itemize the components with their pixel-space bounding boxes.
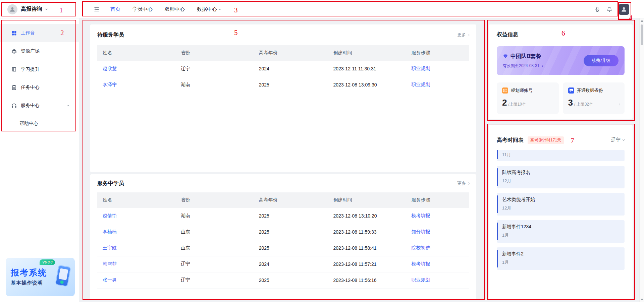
student-name-link[interactable]: 王宇航 [97, 240, 175, 256]
sidebar-item-service-center[interactable]: 服务中心 [0, 97, 79, 115]
bell-icon[interactable] [606, 6, 612, 12]
renew-upgrade-button[interactable]: 续费/升级 [584, 55, 619, 66]
table-row: 张一男 辽宁 2025 2023-12-08 11:56:16 职业规划 [97, 272, 469, 288]
service-step-link[interactable]: 职业规划 [406, 272, 469, 288]
event-month: 12月 [502, 205, 619, 211]
chevron-right-icon [541, 64, 543, 67]
scroll-down-arrow-icon[interactable] [641, 299, 643, 301]
stat-limit: / 上限32个 [574, 102, 593, 107]
more-label: 更多 [457, 32, 466, 38]
promo-subtitle: 基本操作说明 [11, 280, 43, 286]
table-row: 赵倩怡 湖南 2025 2023-12-08 13:10:20 模考填报 [97, 208, 469, 224]
event-title: 艺术类统考开始 [502, 197, 619, 203]
event-month: 11月 [502, 152, 619, 158]
student-name-link[interactable]: 韩雪菲 [97, 256, 175, 272]
grid-icon [11, 31, 17, 36]
version-badge: V6.0.0 [40, 259, 55, 265]
event-month: 1月 [502, 259, 619, 265]
tab-students-label: 学员中心 [132, 6, 153, 12]
province-cell: 辽宁 [175, 256, 254, 272]
sidebar-item-label: 资源广场 [21, 48, 40, 54]
sidebar-item-label: 工作台 [21, 30, 35, 36]
student-name-link[interactable]: 李泽宇 [97, 77, 175, 93]
province-cell: 湖南 [175, 77, 254, 93]
sidebar-item-resources[interactable]: 资源广场 [0, 42, 79, 60]
org-avatar-icon [7, 4, 17, 14]
sidebar-item-learning[interactable]: 学习提升 [0, 60, 79, 78]
created-cell: 2023-12-08 11:56:16 [328, 272, 406, 288]
sidebar-item-workbench[interactable]: 工作台 [0, 24, 79, 42]
timetable-title: 高考时间表 [497, 137, 524, 144]
table-row: 李楠楠 山东 2025 2023-12-08 11:59:33 知分填报 [97, 224, 469, 240]
tab-home[interactable]: 首页 [110, 6, 120, 12]
sidebar-item-tasks[interactable]: 任务中心 [0, 78, 79, 97]
timeline-event: 新增事件2 1月 [497, 247, 625, 270]
serving-card-title: 服务中学员 [97, 180, 124, 187]
service-step-link[interactable]: 职业规划 [406, 61, 469, 77]
sidebar-item-label: 服务中心 [21, 103, 40, 109]
timeline-event: 艺术类统考开始 12月 [497, 193, 625, 216]
timeline-event: 陆续高考报名 12月 [497, 166, 625, 188]
validity-label: 有效期至2024-03-31 [503, 63, 539, 69]
countdown-badge: 高考倒计时171天 [528, 136, 564, 144]
tab-students[interactable]: 学员中心 [132, 6, 153, 12]
tab-data-center[interactable]: 数据中心 [197, 6, 221, 12]
province-value: 辽宁 [611, 137, 621, 143]
pending-table-body: 赵欣慧 辽宁 2024 2023-12-11 11:30:31 职业规划 李泽宇… [97, 61, 469, 93]
created-cell: 2023-12-11 11:30:31 [328, 61, 406, 77]
service-step-link[interactable]: 知分填报 [406, 224, 469, 240]
service-step-link[interactable]: 模考填报 [406, 256, 469, 272]
service-step-link[interactable]: 职业规划 [406, 77, 469, 93]
student-name-link[interactable]: 赵欣慧 [97, 61, 175, 77]
planner-accounts-stat: 规划师账号 2 /上限10个 [497, 82, 559, 114]
package-validity-link[interactable]: 有效期至2024-03-31 [503, 63, 543, 69]
promo-card[interactable]: V6.0.0 报考系统 基本操作说明 [6, 258, 75, 296]
pending-more-link[interactable]: 更多 [457, 32, 469, 38]
benefits-card: 权益信息 中团队B套餐 有效期至2024-03-31 续费/升级 [489, 24, 633, 119]
org-name: 高报咨询 [21, 6, 42, 13]
page-scrollbar[interactable] [639, 18, 644, 302]
pending-card-title: 待服务学员 [97, 32, 124, 39]
table-row: 赵欣慧 辽宁 2024 2023-12-11 11:30:31 职业规划 [97, 61, 469, 77]
col-year: 高考年份 [254, 45, 328, 61]
sidebar-item-label: 任务中心 [21, 84, 40, 90]
col-province: 省份 [175, 45, 254, 61]
chevron-down-icon [45, 7, 48, 10]
year-cell: 2025 [254, 208, 328, 224]
col-step: 服务步骤 [406, 192, 469, 208]
data-provinces-stat[interactable]: 开通数据省份 3 / 上限32个 [563, 82, 625, 114]
province-cell: 辽宁 [175, 61, 254, 77]
chevron-right-icon [467, 34, 470, 36]
tab-dual-teacher-label: 双师中心 [165, 6, 185, 12]
service-step-link[interactable]: 院校初选 [406, 240, 469, 256]
created-cell: 2023-12-08 11:58:41 [328, 240, 406, 256]
benefits-title: 权益信息 [497, 31, 625, 38]
tab-dual-teacher[interactable]: 双师中心 [165, 6, 185, 12]
event-title: 新增事件2 [502, 251, 619, 257]
scroll-up-arrow-icon[interactable] [641, 20, 643, 22]
chevron-right-icon [467, 182, 470, 184]
org-switcher[interactable]: 高报咨询 [0, 0, 79, 18]
microphone-icon[interactable] [594, 6, 600, 12]
service-step-link[interactable]: 模考填报 [406, 208, 469, 224]
sidebar-collapse-icon[interactable] [94, 6, 100, 12]
timeline-event: 11月 [497, 150, 625, 161]
student-name-link[interactable]: 张一男 [97, 272, 175, 288]
year-cell: 2025 [254, 240, 328, 256]
user-avatar[interactable] [619, 4, 629, 15]
year-cell: 2025 [254, 77, 328, 93]
student-name-link[interactable]: 李楠楠 [97, 224, 175, 240]
event-title: 陆续高考报名 [502, 170, 619, 176]
serving-more-link[interactable]: 更多 [457, 180, 469, 186]
promo-title: 报考系统 [11, 267, 47, 278]
year-cell: 2025 [254, 272, 328, 288]
scrollbar-thumb[interactable] [641, 24, 643, 45]
package-banner: 中团队B套餐 有效期至2024-03-31 续费/升级 [497, 46, 625, 75]
student-name-link[interactable]: 赵倩怡 [97, 208, 175, 224]
province-selector[interactable]: 辽宁 [611, 137, 625, 143]
event-list[interactable]: 11月 陆续高考报名 12月 艺术类统考开始 12月 新增事件1234 [497, 150, 625, 270]
table-row: 李泽宇 湖南 2025 2023-12-08 13:09:30 职业规划 [97, 77, 469, 93]
diamond-icon [503, 54, 508, 59]
data-chat-icon [568, 87, 574, 94]
sidebar-item-help-center[interactable]: 帮助中心 [0, 115, 79, 133]
